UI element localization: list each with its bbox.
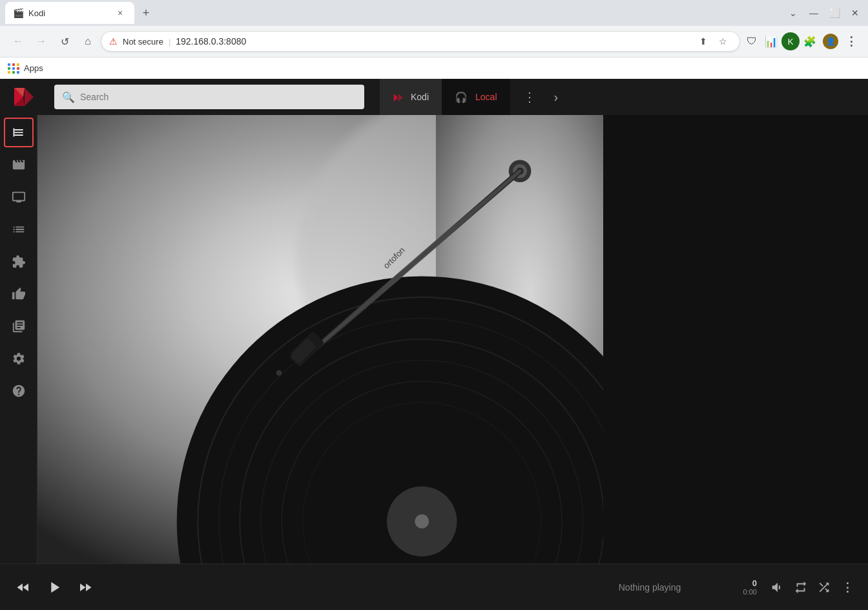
sidebar-item-playlist[interactable]	[4, 215, 34, 244]
music-library-icon	[12, 126, 25, 139]
player-right-controls: ⋮	[767, 577, 858, 598]
movies-icon	[12, 158, 26, 172]
sidebar-item-movies[interactable]	[4, 150, 34, 180]
browser-title-bar: 🎬 Kodi × + ⌄ — ⬜ ✕	[0, 0, 868, 26]
playlist-icon	[12, 222, 26, 237]
browser-menu-button[interactable]: ⋮	[842, 32, 860, 50]
forward-button[interactable]: →	[31, 31, 52, 52]
player-time-display: 0 0:00	[725, 578, 757, 596]
address-input-wrapper[interactable]: ⚠ Not secure | 192.168.0.3:8080 ⬆ ☆	[101, 31, 740, 52]
address-separator: |	[169, 37, 170, 47]
sidebar-item-tv-shows[interactable]	[4, 182, 34, 212]
settings-icon	[12, 352, 26, 366]
tab-favicon: 🎬	[13, 8, 23, 18]
svg-rect-6	[13, 128, 14, 136]
address-actions: ⬆ ☆	[694, 32, 732, 50]
tab-local[interactable]: 🎧 Local	[442, 79, 510, 115]
apps-grid-icon	[8, 63, 20, 74]
local-tab-label: Local	[475, 92, 497, 102]
browser-address-bar: ← → ↺ ⌂ ⚠ Not secure | 192.168.0.3:8080 …	[0, 26, 868, 57]
search-icon: 🔍	[62, 91, 75, 103]
kodi-right-panel	[603, 115, 868, 563]
reload-button[interactable]: ↺	[54, 31, 75, 52]
browser-tab-active[interactable]: 🎬 Kodi ×	[5, 2, 134, 24]
extensions-icon[interactable]: 🧩	[801, 32, 819, 50]
bookmark-button[interactable]: ☆	[714, 32, 732, 50]
kodi-tab-label: Kodi	[411, 92, 429, 102]
dropdown-button[interactable]: ⌄	[785, 5, 801, 21]
player-time-value: 0	[752, 578, 757, 588]
kodi-sidebar	[0, 115, 37, 563]
user-avatar[interactable]: 👤	[823, 34, 838, 49]
kodi-player-bar: Nothing playing 0 0:00	[0, 563, 868, 610]
turntable-image: ortofon	[37, 115, 603, 563]
queue-icon	[12, 319, 26, 333]
thumbs-up-icon	[12, 287, 26, 301]
back-button[interactable]: ←	[8, 31, 28, 52]
fast-forward-button[interactable]	[72, 574, 98, 600]
not-secure-label: Not secure	[123, 37, 163, 47]
sidebar-item-addons[interactable]	[4, 247, 34, 277]
sidebar-item-help[interactable]	[4, 376, 34, 406]
tab-title: Kodi	[28, 8, 108, 18]
profile-icon[interactable]: K	[781, 32, 800, 50]
nothing-playing-label: Nothing playing	[619, 582, 681, 593]
kodi-body: ortofon	[0, 115, 868, 563]
sidebar-item-music-library[interactable]	[4, 118, 34, 147]
player-controls	[10, 574, 98, 600]
home-button[interactable]: ⌂	[78, 31, 98, 52]
kodi-search-bar[interactable]: 🔍	[54, 85, 364, 109]
url-display: 192.168.0.3:8080	[176, 36, 689, 47]
player-time-clock: 0:00	[743, 588, 757, 596]
sidebar-item-settings[interactable]	[4, 344, 34, 373]
kodi-header: 🔍 Kodi 🎧 Local ⋮ ›	[0, 79, 868, 115]
kodi-logo[interactable]	[10, 84, 36, 110]
svg-point-27	[276, 370, 282, 376]
restore-button[interactable]: ⬜	[827, 5, 842, 21]
close-button[interactable]: ✕	[847, 5, 863, 21]
puzzle-icon	[12, 255, 26, 269]
shield-extension-icon[interactable]: 🛡	[743, 32, 761, 50]
security-warning-icon: ⚠	[109, 36, 118, 47]
browser-toolbar-icons: 🛡 📊 K 🧩 👤 ⋮	[743, 32, 860, 50]
minimize-button[interactable]: —	[806, 5, 822, 21]
header-more-button[interactable]: ⋮	[518, 89, 541, 105]
svg-marker-5	[398, 94, 402, 101]
help-icon	[12, 384, 26, 398]
svg-marker-4	[394, 94, 398, 101]
local-tab-icon: 🎧	[455, 91, 468, 103]
svg-marker-1	[25, 88, 34, 106]
stats-icon[interactable]: 📊	[762, 32, 780, 50]
window-controls: ⌄ — ⬜ ✕	[785, 5, 863, 21]
sidebar-item-favourites[interactable]	[4, 279, 34, 309]
tv-icon	[12, 190, 26, 204]
player-info: Nothing playing	[585, 582, 714, 593]
kodi-nav-tabs: Kodi 🎧 Local	[380, 79, 510, 115]
svg-point-18	[415, 514, 429, 529]
bookmarks-bar: Apps	[0, 57, 868, 79]
sidebar-item-queue[interactable]	[4, 311, 34, 341]
kodi-main-content: ortofon	[37, 115, 603, 563]
tab-close-button[interactable]: ×	[114, 6, 127, 19]
browser-chrome: 🎬 Kodi × + ⌄ — ⬜ ✕ ← → ↺ ⌂ ⚠ Not secure …	[0, 0, 868, 79]
kodi-app: 🔍 Kodi 🎧 Local ⋮ ›	[0, 79, 868, 610]
apps-bookmark[interactable]: Apps	[8, 63, 43, 74]
search-input[interactable]	[80, 92, 356, 102]
tab-kodi[interactable]: Kodi	[380, 79, 442, 115]
shuffle-button[interactable]	[814, 577, 834, 598]
share-button[interactable]: ⬆	[694, 32, 712, 50]
player-more-button[interactable]: ⋮	[837, 577, 858, 598]
volume-button[interactable]	[767, 577, 788, 598]
repeat-button[interactable]	[790, 577, 811, 598]
play-button[interactable]	[41, 574, 67, 600]
header-next-button[interactable]: ›	[549, 90, 564, 105]
kodi-tab-icon	[393, 91, 403, 103]
rewind-button[interactable]	[10, 574, 36, 600]
apps-label: Apps	[24, 63, 43, 73]
new-tab-button[interactable]: +	[137, 4, 155, 22]
